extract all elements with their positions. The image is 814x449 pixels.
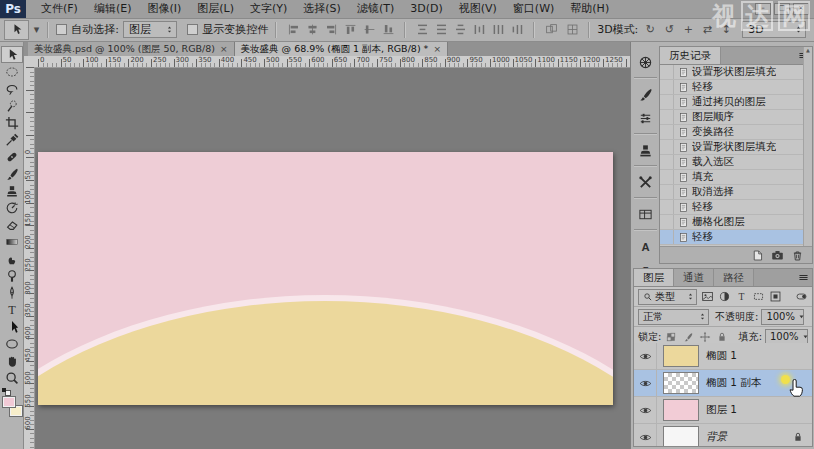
close-button[interactable]: × — [793, 3, 809, 15]
distribute-center-v-button[interactable] — [432, 22, 450, 38]
layer-row[interactable]: 椭圆 1 副本 — [634, 370, 812, 397]
distribute-bottom-button[interactable] — [451, 22, 469, 38]
history-source-checkbox[interactable] — [660, 215, 674, 229]
hand-tool[interactable] — [1, 352, 23, 369]
navigator-panel-icon-button[interactable] — [633, 50, 657, 74]
menu-item[interactable]: 文字(Y) — [243, 0, 294, 18]
menu-item[interactable]: 3D(D) — [403, 0, 450, 18]
show-transform-checkbox[interactable] — [187, 24, 198, 35]
minimize-button[interactable]: – — [755, 3, 771, 15]
auto-align-button[interactable] — [542, 22, 560, 38]
character-panel-icon-button[interactable]: A — [633, 234, 657, 258]
adjustment-layers-filter-button[interactable] — [717, 289, 732, 305]
history-source-checkbox[interactable] — [660, 200, 674, 214]
type-layers-filter-button[interactable]: T — [734, 289, 749, 305]
filter-toggle-icon[interactable] — [795, 290, 808, 303]
history-source-checkbox[interactable] — [660, 110, 674, 124]
dodge-tool[interactable] — [1, 267, 23, 284]
spot-healing-tool[interactable] — [1, 148, 23, 165]
history-state-row[interactable]: 通过拷贝的图层 — [660, 95, 812, 110]
history-state-row[interactable]: 载入选区 — [660, 155, 812, 170]
smart-objects-filter-button[interactable] — [768, 289, 783, 305]
layer-thumbnail[interactable] — [663, 372, 699, 394]
history-source-checkbox[interactable] — [660, 125, 674, 139]
timeline-panel-icon-button[interactable] — [633, 202, 657, 226]
layer-visibility-toggle[interactable] — [634, 397, 657, 423]
auto-select-checkbox[interactable] — [56, 24, 67, 35]
history-state-row[interactable]: 取消选择 — [660, 185, 812, 200]
3d-scale-button[interactable]: ↕ — [718, 23, 734, 36]
menu-item[interactable]: 滤镜(T) — [350, 0, 401, 18]
distribute-center-h-button[interactable] — [489, 22, 507, 38]
layer-visibility-toggle[interactable] — [634, 424, 657, 446]
clone-stamp-tool[interactable] — [1, 182, 23, 199]
align-center-v-button[interactable] — [360, 22, 378, 38]
horizontal-ruler[interactable]: 0501001502002503003504004505005506006507… — [34, 56, 630, 68]
type-tool[interactable]: T — [1, 301, 23, 318]
opacity-input[interactable]: 100% — [761, 309, 804, 325]
delete-state-button[interactable] — [791, 249, 804, 262]
quick-selection-tool[interactable] — [1, 97, 23, 114]
pixel-layers-filter-button[interactable] — [700, 289, 715, 305]
history-scrollbar[interactable]: ▲▼ — [803, 47, 812, 263]
move-tool[interactable] — [1, 46, 23, 63]
menu-item[interactable]: 文件(F) — [34, 0, 85, 18]
menu-item[interactable]: 帮助(H) — [563, 0, 616, 18]
zoom-tool[interactable] — [1, 369, 23, 386]
align-right-button[interactable] — [322, 22, 340, 38]
layers-tab-路径[interactable]: 路径 — [714, 269, 754, 286]
layer-thumbnail[interactable] — [663, 345, 699, 367]
ellipse-shape-tool[interactable] — [1, 335, 23, 352]
history-state-row[interactable]: 图层顺序 — [660, 110, 812, 125]
history-source-checkbox[interactable] — [660, 140, 674, 154]
menu-item[interactable]: 选择(S) — [296, 0, 348, 18]
document-tab[interactable]: 美妆盛典.psd @ 100% (图层 50, RGB/8)× — [28, 42, 235, 56]
layer-thumbnail[interactable] — [663, 426, 699, 446]
tool-presets-panel-icon-button[interactable] — [633, 170, 657, 194]
3d-pan-button[interactable]: + — [680, 23, 696, 36]
snapshot-camera-button[interactable] — [771, 249, 784, 262]
menu-item[interactable]: 图像(I) — [140, 0, 188, 18]
history-state-row[interactable]: 轻移 — [660, 200, 812, 215]
brush-tool[interactable] — [1, 165, 23, 182]
new-doc-from-state-button[interactable] — [751, 249, 764, 262]
crop-tool[interactable] — [1, 114, 23, 131]
blend-mode-dropdown[interactable]: 正常 — [638, 309, 709, 325]
lasso-tool[interactable] — [1, 80, 23, 97]
default-colors-icon[interactable] — [2, 388, 9, 394]
layer-filter-dropdown[interactable]: 类型 — [638, 289, 697, 305]
gradient-tool[interactable] — [1, 233, 23, 250]
canvas-document[interactable] — [38, 152, 613, 405]
smudge-tool[interactable] — [1, 250, 23, 267]
shape-layers-filter-button[interactable] — [751, 289, 766, 305]
layer-row[interactable]: 图层 1 — [634, 397, 812, 424]
distribute-right-button[interactable] — [508, 22, 526, 38]
3d-slide-button[interactable]: ⇄ — [699, 23, 715, 36]
history-source-checkbox[interactable] — [660, 230, 674, 244]
vertical-ruler[interactable]: 050100150200250300350400450500550600 — [24, 67, 35, 449]
document-tab[interactable]: 美妆盛典 @ 68.9% (椭圆 1 副本, RGB/8) *× — [235, 42, 448, 56]
align-bottom-button[interactable] — [379, 22, 397, 38]
distribute-top-button[interactable] — [413, 22, 431, 38]
auto-blend-button[interactable] — [563, 22, 581, 38]
tab-close-icon[interactable]: × — [220, 42, 228, 56]
layer-thumbnail[interactable] — [663, 399, 699, 421]
clone-source-panel-icon-button[interactable] — [633, 138, 657, 162]
tab-close-icon[interactable]: × — [433, 42, 441, 56]
layer-row[interactable]: 椭圆 1 — [634, 343, 812, 370]
ellipse-marquee-tool[interactable] — [1, 63, 23, 80]
align-top-button[interactable] — [341, 22, 359, 38]
layers-tab-通道[interactable]: 通道 — [674, 269, 714, 286]
menu-item[interactable]: 视图(V) — [452, 0, 504, 18]
path-selection-tool[interactable] — [1, 318, 23, 335]
pen-tool[interactable] — [1, 284, 23, 301]
eyedropper-tool[interactable] — [1, 131, 23, 148]
layer-row[interactable]: 背景 — [634, 424, 812, 446]
history-tab[interactable]: 历史记录 — [660, 47, 721, 64]
brush-presets-panel-icon-button[interactable] — [633, 82, 657, 106]
history-state-row[interactable]: 轻移 — [660, 230, 812, 245]
3d-rotate-button[interactable]: ↻ — [642, 23, 658, 36]
3d-roll-button[interactable]: ↺ — [661, 23, 677, 36]
current-tool-button[interactable] — [4, 20, 29, 40]
restore-button[interactable]: □ — [774, 3, 790, 15]
